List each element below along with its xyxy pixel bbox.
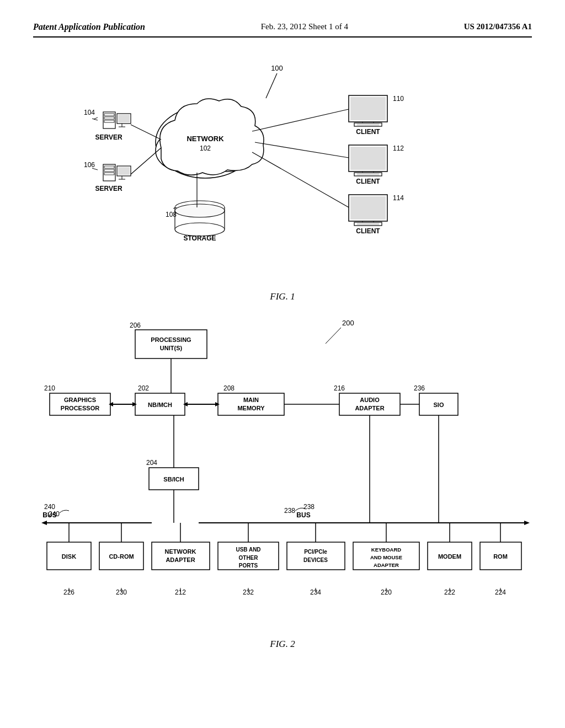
bus240-arrow (41, 521, 47, 525)
fig2-label: FIG. 2 (33, 639, 532, 650)
mainmem-label2: MEMORY (237, 405, 265, 411)
svg-rect-45 (354, 222, 382, 226)
ref-202: 202 (138, 384, 149, 392)
bus238-arrow (524, 521, 530, 525)
page: Patent Application Publication Feb. 23, … (0, 0, 565, 728)
ref-216: 216 (334, 384, 345, 392)
bus238-label: BUS (296, 511, 310, 519)
client1-label: CLIENT (356, 128, 380, 136)
network-label: NETWORK (186, 135, 224, 143)
audio-label2: ADAPTER (355, 405, 384, 411)
keyboard-label3: ADAPTER (374, 562, 399, 568)
page-header: Patent Application Publication Feb. 23, … (33, 22, 532, 38)
ref-114: 114 (393, 194, 404, 202)
server1 (103, 112, 131, 129)
network-adapter-label1: NETWORK (165, 548, 196, 555)
header-center: Feb. 23, 2012 Sheet 1 of 4 (261, 22, 348, 31)
header-right: US 2012/047356 A1 (464, 22, 532, 31)
server2 (103, 164, 131, 181)
network-cloud: NETWORK 102 (156, 99, 264, 178)
svg-rect-31 (354, 123, 382, 126)
svg-line-55 (252, 152, 349, 207)
ref-112: 112 (393, 144, 404, 152)
svg-rect-20 (118, 167, 130, 175)
svg-rect-11 (118, 115, 130, 122)
svg-line-54 (255, 142, 349, 158)
server1-label: SERVER (95, 133, 122, 141)
ref-104: 104 (84, 109, 95, 116)
modem-label: MODEM (438, 553, 461, 560)
client3 (349, 195, 387, 226)
pci-label2: DEVICES (303, 557, 328, 563)
fig2-diagram: 200 PROCESSING UNIT(S) 206 NB/MCH 202 MA… (33, 313, 532, 633)
client2 (349, 145, 387, 176)
svg-point-28 (175, 204, 225, 217)
ref-240-text: 240 (49, 510, 60, 518)
mainmem-label1: MAIN (243, 397, 259, 403)
ref-210: 210 (44, 384, 55, 392)
ref-100: 100 (271, 64, 283, 72)
audio-label1: AUDIO (360, 397, 380, 403)
sio-label: SIO (434, 402, 444, 408)
ref-236: 236 (414, 384, 425, 392)
server2-label: SERVER (95, 185, 122, 192)
ref-204: 204 (146, 459, 157, 467)
cpu-label-line1: PROCESSING (151, 336, 191, 343)
svg-line-53 (252, 109, 349, 131)
header-left: Patent Application Publication (33, 22, 145, 32)
storage-label: STORAGE (183, 234, 216, 242)
pci-box (287, 542, 345, 570)
svg-line-14 (94, 117, 98, 119)
fig1-diagram: 100 NETWORK 102 (33, 54, 532, 286)
cpu-label-line2: UNIT(S) (160, 345, 183, 351)
svg-rect-37 (350, 147, 386, 170)
network-adapter-label2: ADAPTER (166, 556, 195, 563)
keyboard-label1: KEYBOARD (371, 547, 402, 553)
ref-208: 208 (223, 384, 234, 392)
client2-label: CLIENT (356, 178, 380, 185)
network-adapter-box (152, 542, 210, 570)
rom-label: ROM (493, 553, 508, 560)
ref-110: 110 (393, 95, 404, 103)
usb-label3: PORTS (239, 563, 258, 569)
client3-label: CLIENT (356, 227, 380, 235)
disk-label: DISK (62, 553, 76, 560)
ref-200: 200 (342, 319, 354, 327)
ref-238: 238 (303, 503, 315, 511)
cpu-box (135, 330, 207, 358)
keyboard-label2: AND MOUSE (370, 554, 402, 560)
network-ref: 102 (200, 144, 211, 152)
svg-rect-30 (350, 97, 386, 120)
cdrom-label: CD-ROM (109, 553, 134, 560)
svg-line-0 (266, 73, 277, 98)
client1 (349, 95, 387, 126)
usb-label2: OTHER (239, 555, 259, 561)
storage (175, 201, 225, 236)
pci-label1: PCI/PCIe (304, 549, 327, 555)
svg-line-59 (326, 328, 341, 344)
sbich-label: SB/ICH (163, 476, 184, 483)
nbmch-label: NB/MCH (148, 402, 172, 408)
ref-106: 106 (84, 161, 95, 169)
ref-238-text: 238 (284, 507, 295, 515)
svg-line-50 (131, 125, 161, 140)
fig1-label: FIG. 1 (33, 291, 532, 302)
ref-206: 206 (130, 322, 141, 329)
svg-rect-44 (350, 196, 386, 220)
svg-line-51 (131, 148, 161, 174)
graphics-label1: GRAPHICS (64, 397, 96, 403)
svg-rect-38 (354, 173, 382, 176)
usb-label1: USB AND (236, 547, 260, 553)
ref-108: 108 (166, 211, 177, 218)
graphics-label2: PROCESSOR (61, 405, 99, 411)
ref-240: 240 (44, 503, 55, 511)
